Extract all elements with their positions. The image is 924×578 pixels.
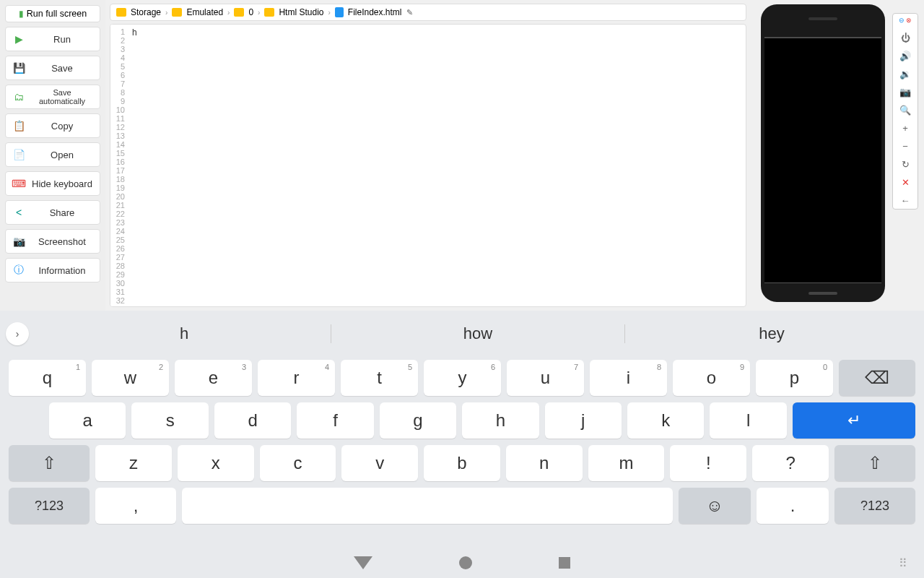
symbols-key-left[interactable]: ?123 <box>9 488 90 524</box>
shift-key-right[interactable]: ⇧ <box>834 445 915 481</box>
minimize-icon[interactable]: ⊖ <box>899 17 905 24</box>
key-z[interactable]: z <box>95 445 172 481</box>
camera-icon[interactable]: 📷 <box>899 87 911 98</box>
keyboard-icon: ⌨ <box>12 176 26 191</box>
back-arrow-icon[interactable]: ← <box>901 195 910 206</box>
screenshot-button[interactable]: 📷 Screenshot <box>5 229 100 254</box>
volume-up-icon[interactable]: 🔊 <box>899 51 911 61</box>
key-k[interactable]: k <box>627 402 704 439</box>
run-label: Run <box>30 34 94 45</box>
key-p[interactable]: p0 <box>756 360 833 396</box>
key-y[interactable]: y6 <box>424 360 501 396</box>
volume-down-icon[interactable]: 🔉 <box>899 69 911 79</box>
camera-icon: 📷 <box>12 234 26 249</box>
suggestion-1[interactable]: h <box>38 324 331 343</box>
folder-icon <box>234 8 244 17</box>
minus-icon[interactable]: − <box>902 141 908 152</box>
enter-key[interactable]: ↵ <box>793 402 915 439</box>
suggestion-bar: › h how hey <box>0 316 924 351</box>
refresh-icon[interactable]: ↻ <box>902 159 910 170</box>
key-r[interactable]: r4 <box>258 360 335 396</box>
comma-key[interactable]: , <box>95 488 176 524</box>
run-button[interactable]: ▶ Run <box>5 27 100 51</box>
zoom-icon[interactable]: 🔍 <box>899 105 911 116</box>
preview-column: ⊖ ⊗ ⏻ 🔊 🔉 📷 🔍 + − ↻ ✕ ← <box>751 0 924 311</box>
key-w[interactable]: w2 <box>92 360 169 396</box>
key-![interactable]: ! <box>670 445 746 481</box>
plus-icon[interactable]: + <box>902 123 908 134</box>
backspace-key[interactable]: ⌫ <box>839 360 915 396</box>
nav-back-button[interactable] <box>354 556 372 569</box>
info-icon: ⓘ <box>12 263 26 277</box>
key-t[interactable]: t5 <box>341 360 418 396</box>
sidebar: ▮ Run full screen ▶ Run 💾 Save 🗂 Save au… <box>0 0 105 311</box>
key-i[interactable]: i8 <box>590 360 667 396</box>
android-nav-bar: ⠿ <box>0 548 924 578</box>
key-a[interactable]: a <box>49 402 126 439</box>
emoji-key[interactable]: ☺ <box>679 488 751 524</box>
key-row-1: q1w2e3r4t5y6u7i8o9p0⌫ <box>9 360 915 396</box>
key-d[interactable]: d <box>214 402 291 439</box>
key-s[interactable]: s <box>131 402 208 439</box>
information-button[interactable]: ⓘ Information <box>5 258 100 282</box>
key-m[interactable]: m <box>588 445 665 481</box>
key-j[interactable]: j <box>545 402 622 439</box>
key-l[interactable]: l <box>710 402 786 439</box>
folder-icon <box>264 8 274 17</box>
keyboard-switch-icon[interactable]: ⠿ <box>899 556 908 570</box>
phone-preview <box>761 4 885 302</box>
info-label: Information <box>30 265 94 276</box>
phone-icon: ▮ <box>19 9 24 19</box>
key-f[interactable]: f <box>297 402 373 439</box>
autosave-button[interactable]: 🗂 Save automatically <box>5 85 100 109</box>
key-c[interactable]: c <box>260 445 336 481</box>
main-area: Storage › Emulated › 0 › Html Studio › F… <box>105 0 751 311</box>
expand-suggestions-button[interactable]: › <box>6 322 29 345</box>
close-icon[interactable]: ⊗ <box>906 17 912 24</box>
key-o[interactable]: o9 <box>673 360 750 396</box>
key-u[interactable]: u7 <box>507 360 584 396</box>
key-v[interactable]: v <box>341 445 418 481</box>
copy-button[interactable]: 📋 Copy <box>5 113 100 138</box>
key-h[interactable]: h <box>462 402 539 439</box>
key-n[interactable]: n <box>506 445 583 481</box>
close-x-icon[interactable]: ✕ <box>902 177 910 188</box>
key-x[interactable]: x <box>178 445 254 481</box>
power-icon[interactable]: ⏻ <box>901 33 910 43</box>
crumb-file[interactable]: FileIndex.html <box>348 7 402 17</box>
crumb-0[interactable]: 0 <box>248 7 253 17</box>
code-editor[interactable]: 1234567891011121314151617181920212223242… <box>110 24 746 307</box>
share-icon: < <box>12 205 26 220</box>
key-?[interactable]: ? <box>752 445 829 481</box>
folder-icon <box>116 8 126 17</box>
space-key[interactable] <box>182 488 673 524</box>
key-g[interactable]: g <box>380 402 456 439</box>
preview-screen <box>764 38 881 283</box>
play-icon: ▶ <box>12 32 26 46</box>
code-content[interactable]: h <box>128 25 746 306</box>
edit-icon[interactable]: ✎ <box>406 8 413 17</box>
key-q[interactable]: q1 <box>9 360 86 396</box>
breadcrumb[interactable]: Storage › Emulated › 0 › Html Studio › F… <box>110 4 746 21</box>
autosave-icon: 🗂 <box>12 90 26 104</box>
save-label: Save <box>30 63 94 74</box>
nav-home-button[interactable] <box>459 556 472 569</box>
hide-keyboard-button[interactable]: ⌨ Hide keyboard <box>5 171 100 196</box>
share-button[interactable]: < Share <box>5 200 100 225</box>
run-fullscreen-button[interactable]: ▮ Run full screen <box>5 5 100 22</box>
key-b[interactable]: b <box>424 445 500 481</box>
symbols-key-right[interactable]: ?123 <box>834 488 915 524</box>
crumb-htmlstudio[interactable]: Html Studio <box>279 7 323 17</box>
share-label: Share <box>30 207 94 218</box>
suggestion-2[interactable]: how <box>331 324 625 343</box>
save-button[interactable]: 💾 Save <box>5 56 100 80</box>
nav-recents-button[interactable] <box>559 557 570 569</box>
key-row-2-wrap: asdfghjkl↵ <box>9 402 915 439</box>
crumb-storage[interactable]: Storage <box>131 7 161 17</box>
open-button[interactable]: 📄 Open <box>5 142 100 167</box>
shift-key-left[interactable]: ⇧ <box>9 445 90 481</box>
period-key[interactable]: . <box>757 488 829 524</box>
key-e[interactable]: e3 <box>175 360 252 396</box>
suggestion-3[interactable]: hey <box>625 324 918 343</box>
crumb-emulated[interactable]: Emulated <box>186 7 223 17</box>
